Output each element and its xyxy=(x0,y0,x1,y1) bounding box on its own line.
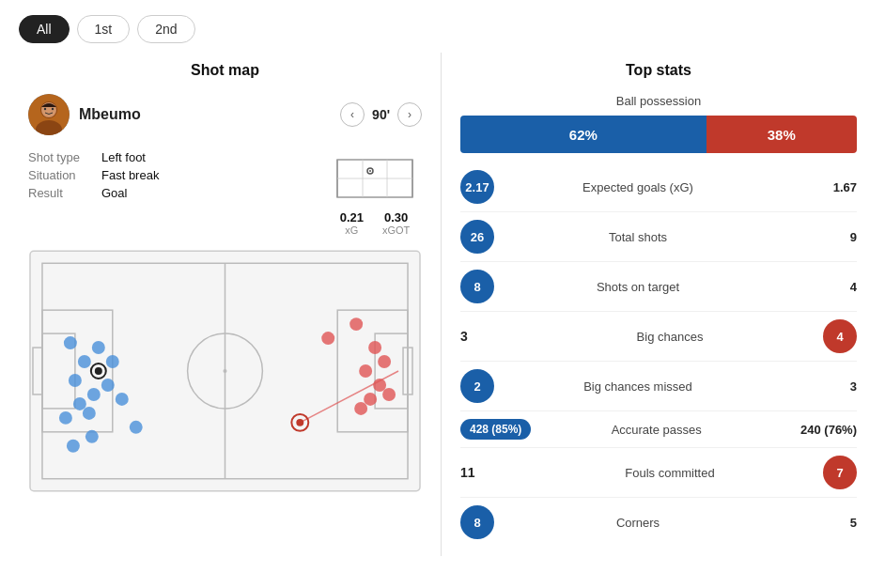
stats-container: 2.17 Expected goals (xG) 1.67 26 Total s… xyxy=(460,162,857,547)
xg-label: xG xyxy=(340,224,364,236)
svg-point-30 xyxy=(59,411,72,425)
svg-point-37 xyxy=(67,440,80,453)
stat-badge-left: 2.17 xyxy=(460,170,494,204)
svg-point-36 xyxy=(130,421,143,434)
svg-point-49 xyxy=(354,402,367,415)
svg-point-31 xyxy=(83,407,96,420)
stat-label: Big chances missed xyxy=(502,379,774,394)
stat-label: Accurate passes xyxy=(538,423,774,437)
stat-value-right: 240 (76%) xyxy=(782,423,857,437)
shot-info: Shot type Left foot Situation Fast break… xyxy=(28,150,422,236)
svg-point-42 xyxy=(349,317,363,331)
xg-value: 0.21 xyxy=(340,210,364,224)
next-shot-button[interactable]: › xyxy=(397,102,422,127)
svg-point-13 xyxy=(369,170,371,172)
result-label: Result xyxy=(28,186,94,200)
stats-row: 428 (85%) Accurate passes 240 (76%) xyxy=(460,411,857,448)
situation-label: Situation xyxy=(28,168,94,182)
nav-controls: ‹ 90' › xyxy=(340,102,422,127)
svg-point-26 xyxy=(78,355,91,368)
stat-label: Big chances xyxy=(524,330,815,344)
xgot-item: 0.30 xGOT xyxy=(382,210,410,236)
svg-point-34 xyxy=(92,341,105,354)
stats-row: 2.17 Expected goals (xG) 1.67 xyxy=(460,162,857,212)
shot-type-row: Shot type Left foot xyxy=(28,150,309,164)
stat-label: Fouls committed xyxy=(524,466,815,480)
stat-value-right: 3 xyxy=(782,379,857,394)
shot-details: Shot type Left foot Situation Fast break… xyxy=(28,150,309,204)
xg-item: 0.21 xG xyxy=(340,210,364,236)
possession-red: 38% xyxy=(706,116,857,153)
xg-row: 0.21 xG 0.30 xGOT xyxy=(328,210,422,236)
stat-value-right: 4 xyxy=(782,280,857,294)
stat-badge-right: 7 xyxy=(823,456,857,489)
top-stats-panel: Top stats Ball possession 62% 38% 2.17 E… xyxy=(442,53,876,556)
svg-point-27 xyxy=(69,374,82,387)
result-row: Result Goal xyxy=(28,186,309,200)
tabs-bar: All 1st 2nd xyxy=(0,0,885,53)
possession-title: Ball possession xyxy=(460,94,857,108)
stat-value-right: 9 xyxy=(782,230,857,244)
stat-value-left: 3 xyxy=(460,329,517,344)
stats-row: 11 Fouls committed 7 xyxy=(460,448,857,498)
possession-section: Ball possession 62% 38% xyxy=(460,94,857,153)
svg-point-18 xyxy=(224,369,227,373)
possession-bar: 62% 38% xyxy=(460,116,857,153)
xgot-label: xGOT xyxy=(382,224,410,236)
tab-2nd[interactable]: 2nd xyxy=(137,15,194,43)
stats-row: 2 Big chances missed 3 xyxy=(460,362,857,411)
stat-badge-left: 26 xyxy=(460,220,494,254)
stat-value-left: 11 xyxy=(460,465,517,480)
svg-point-52 xyxy=(296,419,303,426)
svg-point-5 xyxy=(52,108,54,110)
svg-point-43 xyxy=(368,341,381,354)
shot-map-panel: Shot map Mbeumo xyxy=(9,53,442,556)
stats-row: 8 Corners 5 xyxy=(460,498,857,547)
svg-point-48 xyxy=(364,393,377,406)
shot-type-label: Shot type xyxy=(28,150,94,164)
svg-point-38 xyxy=(85,430,99,443)
situation-value: Fast break xyxy=(101,168,159,182)
svg-point-35 xyxy=(116,393,129,406)
stat-badge-left: 8 xyxy=(460,505,494,539)
prev-shot-button[interactable]: ‹ xyxy=(340,102,365,127)
svg-point-28 xyxy=(87,388,101,401)
stat-badge-left: 428 (85%) xyxy=(460,419,531,440)
stat-label: Shots on target xyxy=(502,280,774,294)
stat-label: Corners xyxy=(502,516,774,530)
tab-all[interactable]: All xyxy=(19,15,70,43)
shot-type-value: Left foot xyxy=(101,150,146,164)
svg-point-45 xyxy=(359,364,372,378)
stat-value-right: 5 xyxy=(782,516,857,530)
player-row: Mbeumo ‹ 90' › xyxy=(28,94,422,135)
svg-point-47 xyxy=(382,388,396,401)
top-stats-title: Top stats xyxy=(460,62,857,79)
svg-point-25 xyxy=(64,336,77,349)
tab-1st[interactable]: 1st xyxy=(77,15,131,43)
svg-point-32 xyxy=(101,379,115,392)
svg-point-44 xyxy=(378,355,391,368)
player-name: Mbeumo xyxy=(79,106,331,123)
svg-point-41 xyxy=(321,332,334,345)
possession-blue: 62% xyxy=(460,116,706,153)
svg-point-4 xyxy=(44,108,46,110)
xgot-value: 0.30 xyxy=(382,210,410,224)
result-value: Goal xyxy=(101,186,127,200)
goal-diagram: 0.21 xG 0.30 xGOT xyxy=(328,150,422,236)
stats-row: 26 Total shots 9 xyxy=(460,212,857,262)
stat-badge-left: 2 xyxy=(460,369,494,403)
stats-row: 8 Shots on target 4 xyxy=(460,262,857,312)
stat-label: Expected goals (xG) xyxy=(502,180,774,194)
stat-badge-right: 4 xyxy=(823,319,857,353)
shot-time: 90' xyxy=(372,107,390,122)
situation-row: Situation Fast break xyxy=(28,168,309,182)
pitch-container xyxy=(28,249,422,497)
main-layout: Shot map Mbeumo xyxy=(0,53,885,556)
stat-value-right: 1.67 xyxy=(782,180,857,194)
stats-row: 3 Big chances 4 xyxy=(460,312,857,362)
stat-badge-left: 8 xyxy=(460,270,494,303)
avatar xyxy=(28,94,70,135)
svg-point-29 xyxy=(73,397,86,410)
shot-map-title: Shot map xyxy=(28,62,422,79)
svg-point-40 xyxy=(95,367,102,375)
